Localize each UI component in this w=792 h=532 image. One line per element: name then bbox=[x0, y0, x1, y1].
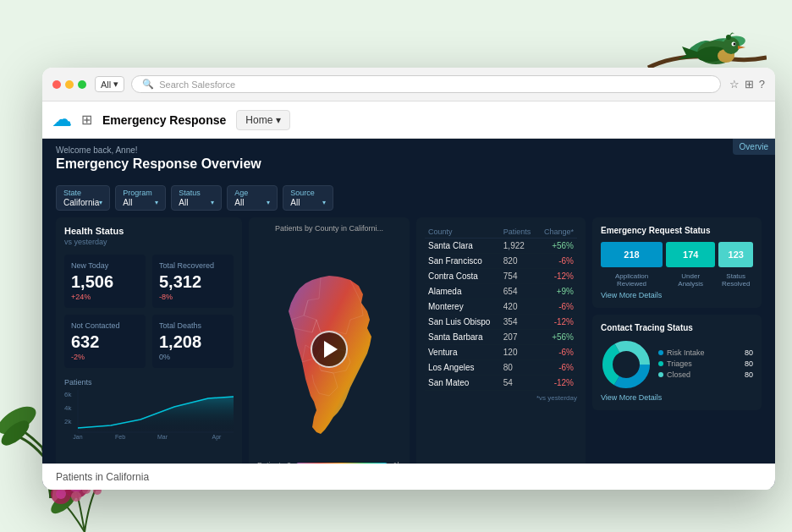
tracing-legend-item: Risk Intake 80 bbox=[658, 348, 753, 357]
svg-text:4k: 4k bbox=[64, 404, 72, 412]
contact-tracing-donut-chart bbox=[601, 339, 652, 390]
patient-count: 207 bbox=[500, 330, 537, 345]
play-icon bbox=[324, 341, 338, 358]
county-col-header: County bbox=[425, 226, 500, 239]
scroll-tab[interactable]: Overvie bbox=[733, 139, 775, 155]
total-recovered-change: -8% bbox=[159, 293, 227, 301]
request-labels: Application ReviewedUnder AnalysisStatus… bbox=[601, 272, 753, 288]
contact-tracing-title: Contact Tracing Status bbox=[601, 323, 753, 332]
address-bar: All ▾ 🔍 Search Salesforce bbox=[95, 75, 721, 93]
tracing-view-more-link[interactable]: View More Details bbox=[601, 393, 753, 402]
bottom-label: Patients in California bbox=[42, 463, 775, 490]
table-row: Alameda 654 +9% bbox=[425, 284, 577, 299]
county-name: Ventura bbox=[425, 345, 500, 360]
app-name: Emergency Response bbox=[102, 113, 226, 127]
help-icon[interactable]: ? bbox=[759, 78, 765, 90]
total-deaths-stat: Total Deaths 1,208 0% bbox=[152, 315, 234, 368]
svg-text:2k: 2k bbox=[64, 418, 72, 425]
map-title: Patients by County in Californi... bbox=[275, 224, 383, 233]
change-col-header: Change* bbox=[537, 226, 577, 239]
add-tab-icon[interactable]: ⊞ bbox=[745, 78, 754, 90]
table-row: San Mateo 54 -12% bbox=[425, 376, 577, 391]
tracing-item-value: 80 bbox=[745, 370, 753, 379]
request-view-more-link[interactable]: View More Details bbox=[601, 291, 753, 299]
health-status-panel: Health Status vs yesterday New Today 1,5… bbox=[56, 217, 242, 481]
chart-label: Patients bbox=[64, 378, 234, 387]
close-button[interactable] bbox=[52, 80, 61, 89]
county-name: Monterey bbox=[425, 299, 500, 315]
county-name: Santa Clara bbox=[425, 239, 500, 254]
svg-text:Mar: Mar bbox=[157, 434, 168, 440]
search-placeholder: Search Salesforce bbox=[159, 80, 235, 90]
patient-count: 120 bbox=[500, 345, 537, 360]
tracing-item-name: Risk Intake bbox=[667, 348, 705, 357]
change-value: -12% bbox=[537, 315, 577, 330]
map-panel: Patients by County in Californi... bbox=[249, 217, 410, 481]
change-value: -6% bbox=[537, 254, 577, 269]
not-contacted-stat: Not Contacted 632 -2% bbox=[64, 315, 146, 368]
home-tab[interactable]: Home ▾ bbox=[236, 110, 290, 130]
svg-text:Jan: Jan bbox=[73, 434, 82, 440]
total-deaths-change: 0% bbox=[159, 353, 227, 361]
tracing-dot bbox=[658, 361, 663, 366]
request-bar: 174 bbox=[666, 242, 715, 267]
tracing-dot bbox=[658, 350, 663, 355]
table-row: Monterey 420 -6% bbox=[425, 299, 577, 315]
emergency-request-panel: Emergency Request Status 218174123 Appli… bbox=[592, 217, 762, 308]
total-deaths-label: Total Deaths bbox=[159, 321, 227, 330]
patient-count: 354 bbox=[500, 315, 537, 330]
total-deaths-value: 1,208 bbox=[159, 333, 227, 350]
status-filter[interactable]: Status All ▾ bbox=[171, 185, 222, 211]
request-bars: 218174123 bbox=[601, 242, 753, 267]
request-bar-label: Status Resolved bbox=[718, 272, 753, 288]
svg-point-8 bbox=[734, 43, 736, 46]
request-bar-label: Application Reviewed bbox=[601, 272, 663, 288]
change-value: -6% bbox=[537, 345, 577, 360]
request-bar-label: Under Analysis bbox=[666, 272, 715, 288]
health-stats-grid: New Today 1,506 +24% Total Recovered 5,3… bbox=[64, 255, 234, 368]
browser-chrome: All ▾ 🔍 Search Salesforce ☆ ⊞ ? bbox=[42, 68, 775, 101]
svg-text:Feb: Feb bbox=[115, 434, 125, 440]
patients-line-chart: 6k 4k 2k Jan bbox=[64, 390, 234, 441]
bookmark-icon[interactable]: ☆ bbox=[729, 78, 740, 90]
table-row: Santa Barbara 207 +56% bbox=[425, 330, 577, 345]
total-recovered-value: 5,312 bbox=[159, 273, 227, 290]
patient-count: 654 bbox=[500, 284, 537, 299]
new-today-stat: New Today 1,506 +24% bbox=[64, 255, 146, 308]
county-name: San Luis Obispo bbox=[425, 315, 500, 330]
patient-count: 820 bbox=[500, 254, 537, 269]
patient-count: 80 bbox=[500, 360, 537, 376]
patients-col-header: Patients bbox=[500, 226, 537, 239]
maximize-button[interactable] bbox=[78, 80, 86, 89]
svg-text:6k: 6k bbox=[64, 391, 72, 398]
program-filter[interactable]: Program All ▾ bbox=[115, 185, 166, 211]
emergency-request-title: Emergency Request Status bbox=[601, 226, 753, 235]
source-filter[interactable]: Source All ▾ bbox=[283, 185, 333, 211]
not-contacted-label: Not Contacted bbox=[71, 321, 139, 330]
dashboard-area: Overvie Welcome back, Anne! Emergency Re… bbox=[42, 139, 775, 488]
address-filter[interactable]: All ▾ bbox=[95, 76, 124, 92]
county-table-panel: County Patients Change* Santa Clara 1,92… bbox=[416, 217, 586, 481]
table-row: Los Angeles 80 -6% bbox=[425, 360, 577, 376]
home-tab-label: Home bbox=[245, 114, 272, 126]
search-bar[interactable]: 🔍 Search Salesforce bbox=[131, 75, 721, 93]
patient-count: 754 bbox=[500, 269, 537, 284]
county-name: Contra Costa bbox=[425, 269, 500, 284]
state-filter[interactable]: State California ▾ bbox=[56, 185, 110, 211]
new-today-value: 1,506 bbox=[71, 273, 139, 290]
salesforce-logo: ☁ bbox=[52, 109, 71, 131]
tracing-item-name: Triages bbox=[667, 359, 692, 368]
age-filter[interactable]: Age All ▾ bbox=[227, 185, 278, 211]
minimize-button[interactable] bbox=[65, 80, 74, 89]
tracing-item-value: 80 bbox=[745, 348, 753, 357]
county-name: Los Angeles bbox=[425, 360, 500, 376]
svg-point-22 bbox=[71, 491, 81, 502]
dashboard-header: Welcome back, Anne! Emergency Response O… bbox=[42, 139, 775, 182]
browser-action-buttons: ☆ ⊞ ? bbox=[729, 78, 765, 90]
request-bar: 123 bbox=[718, 242, 753, 267]
apps-icon[interactable]: ⊞ bbox=[81, 112, 92, 128]
tracing-legend: Risk Intake 80 Triages 80 Closed 80 bbox=[658, 348, 753, 381]
play-button[interactable] bbox=[311, 331, 348, 368]
county-name: Alameda bbox=[425, 284, 500, 299]
tracing-legend-item: Triages 80 bbox=[658, 359, 753, 368]
